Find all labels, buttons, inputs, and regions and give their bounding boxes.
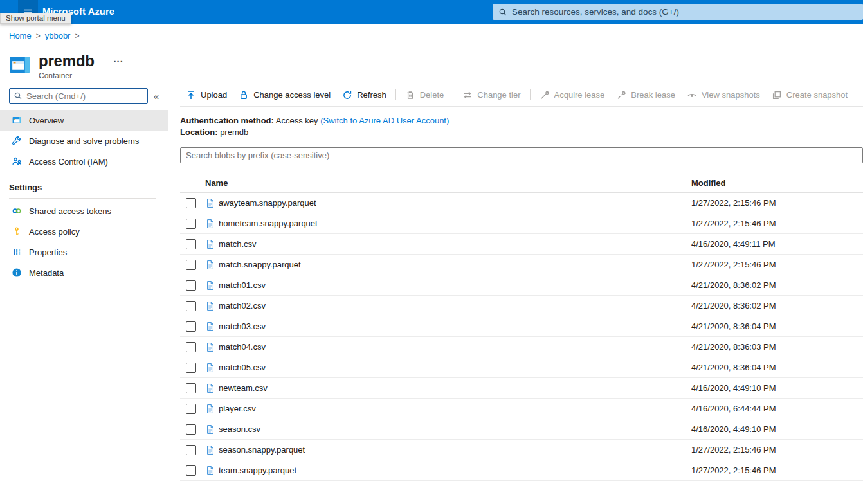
blob-modified: 1/27/2022, 2:15:46 PM bbox=[691, 445, 863, 455]
row-checkbox[interactable] bbox=[186, 465, 196, 476]
more-options-button[interactable]: ... bbox=[113, 53, 123, 64]
blob-name-link[interactable]: hometeam.snappy.parquet bbox=[219, 219, 691, 228]
location-label: Location: bbox=[180, 127, 218, 137]
sidebar-item-label: Metadata bbox=[29, 268, 64, 278]
row-checkbox[interactable] bbox=[186, 280, 196, 291]
container-icon bbox=[9, 54, 30, 75]
sidebar-item-overview[interactable]: Overview bbox=[0, 110, 168, 130]
row-checkbox[interactable] bbox=[186, 301, 196, 311]
change-tier-button[interactable]: Change tier bbox=[457, 86, 526, 104]
global-search-input[interactable] bbox=[512, 7, 857, 17]
breadcrumb-separator: > bbox=[36, 32, 41, 40]
blob-name-link[interactable]: match05.csv bbox=[219, 363, 691, 372]
blob-name-link[interactable]: player.csv bbox=[219, 404, 691, 413]
sidebar-item-shared-access-tokens[interactable]: Shared access tokens bbox=[0, 201, 168, 221]
sidebar-item-access-control-iam[interactable]: Access Control (IAM) bbox=[0, 151, 168, 172]
link-rings-icon bbox=[12, 206, 22, 216]
row-checkbox[interactable] bbox=[186, 260, 196, 270]
table-header: Name Modified bbox=[180, 174, 863, 193]
button-label: Delete bbox=[420, 90, 444, 100]
search-icon bbox=[14, 91, 23, 100]
row-checkbox[interactable] bbox=[186, 219, 196, 229]
blob-modified: 4/21/2020, 8:36:02 PM bbox=[691, 280, 863, 290]
sidebar-item-access-policy[interactable]: Access policy bbox=[0, 221, 168, 242]
sidebar-item-diagnose-and-solve-problems[interactable]: Diagnose and solve problems bbox=[0, 130, 168, 151]
create-snapshot-button[interactable]: Create snapshot bbox=[766, 86, 853, 104]
break-lease-icon bbox=[616, 90, 626, 100]
file-icon bbox=[205, 260, 219, 270]
column-header-name: Name bbox=[205, 178, 691, 188]
row-checkbox[interactable] bbox=[186, 404, 196, 414]
file-icon bbox=[205, 404, 219, 414]
table-row: season.snappy.parquet1/27/2022, 2:15:46 … bbox=[180, 440, 863, 460]
row-checkbox[interactable] bbox=[186, 445, 196, 455]
sidebar-item-label: Diagnose and solve problems bbox=[29, 136, 139, 146]
sidebar-item-properties[interactable]: Properties bbox=[0, 242, 168, 262]
blob-modified: 4/16/2020, 6:44:44 PM bbox=[691, 404, 863, 413]
breadcrumb-home-link[interactable]: Home bbox=[9, 31, 32, 40]
blob-modified: 1/27/2022, 2:15:46 PM bbox=[691, 198, 863, 208]
location-value: premdb bbox=[220, 127, 248, 137]
blob-name-link[interactable]: newteam.csv bbox=[219, 383, 691, 393]
blob-name-link[interactable]: match04.csv bbox=[219, 342, 691, 352]
file-icon bbox=[205, 198, 219, 208]
blob-name-link[interactable]: match02.csv bbox=[219, 301, 691, 310]
table-row: season.csv4/16/2020, 4:49:10 PM bbox=[180, 419, 863, 440]
button-label: Acquire lease bbox=[554, 90, 605, 100]
change-access-level-button[interactable]: Change access level bbox=[233, 86, 336, 104]
button-label: Change access level bbox=[253, 90, 331, 100]
blob-name-link[interactable]: match.csv bbox=[219, 239, 691, 249]
eye-icon bbox=[687, 90, 697, 100]
blob-modified: 4/21/2020, 8:36:04 PM bbox=[691, 363, 863, 372]
blob-name-link[interactable]: match03.csv bbox=[219, 321, 691, 331]
sidebar-nav: OverviewDiagnose and solve problemsAcces… bbox=[0, 110, 168, 172]
upload-button[interactable]: Upload bbox=[180, 86, 233, 104]
delete-button[interactable]: Delete bbox=[399, 86, 450, 104]
table-row: hometeam.snappy.parquet1/27/2022, 2:15:4… bbox=[180, 213, 863, 234]
button-label: View snapshots bbox=[702, 90, 760, 100]
global-search[interactable] bbox=[493, 4, 863, 20]
sidebar-item-label: Shared access tokens bbox=[29, 206, 111, 216]
switch-auth-link[interactable]: (Switch to Azure AD User Account) bbox=[320, 116, 449, 125]
blob-name-link[interactable]: season.snappy.parquet bbox=[219, 445, 691, 455]
file-icon bbox=[205, 383, 219, 393]
break-lease-button[interactable]: Break lease bbox=[610, 86, 681, 104]
row-checkbox[interactable] bbox=[186, 198, 196, 208]
row-checkbox[interactable] bbox=[186, 239, 196, 249]
row-checkbox[interactable] bbox=[186, 342, 196, 352]
file-icon bbox=[205, 424, 219, 435]
sidebar-collapse-button[interactable]: « bbox=[148, 91, 165, 102]
refresh-button[interactable]: Refresh bbox=[336, 86, 392, 104]
row-checkbox[interactable] bbox=[186, 321, 196, 332]
sidebar-search-input[interactable] bbox=[26, 91, 143, 101]
auth-method-value: Access key bbox=[276, 116, 318, 125]
blob-modified: 4/21/2020, 8:36:04 PM bbox=[691, 321, 863, 331]
command-bar: UploadChange access levelRefreshDeleteCh… bbox=[180, 84, 863, 107]
view-snapshots-button[interactable]: View snapshots bbox=[681, 86, 766, 104]
acquire-lease-button[interactable]: Acquire lease bbox=[534, 86, 611, 104]
blob-modified: 4/21/2020, 8:36:03 PM bbox=[691, 342, 863, 352]
blob-name-link[interactable]: match.snappy.parquet bbox=[219, 260, 691, 269]
row-checkbox[interactable] bbox=[186, 424, 196, 435]
row-checkbox[interactable] bbox=[186, 363, 196, 373]
blob-name-link[interactable]: awayteam.snappy.parquet bbox=[219, 198, 691, 208]
table-row: match.csv4/16/2020, 4:49:11 PM bbox=[180, 234, 863, 255]
sidebar-item-label: Access policy bbox=[29, 227, 80, 237]
file-icon bbox=[205, 301, 219, 311]
file-icon bbox=[205, 321, 219, 332]
row-checkbox[interactable] bbox=[186, 383, 196, 393]
toolbar-divider bbox=[530, 89, 531, 100]
breadcrumb-account-link[interactable]: ybbobr bbox=[45, 31, 71, 40]
page-header: premdb ... Container bbox=[9, 53, 123, 80]
blob-name-link[interactable]: season.csv bbox=[219, 424, 691, 434]
sidebar-search[interactable] bbox=[9, 88, 148, 104]
table-row: newteam.csv4/16/2020, 4:49:10 PM bbox=[180, 378, 863, 399]
sidebar-item-metadata[interactable]: Metadata bbox=[0, 262, 168, 283]
acquire-lease-icon bbox=[540, 90, 550, 100]
sidebar-item-label: Overview bbox=[29, 116, 64, 125]
upload-icon bbox=[186, 90, 196, 100]
blob-name-link[interactable]: match01.csv bbox=[219, 280, 691, 290]
info-icon bbox=[12, 267, 22, 278]
blob-name-link[interactable]: team.snappy.parquet bbox=[219, 465, 691, 475]
blob-prefix-search-input[interactable] bbox=[180, 147, 863, 163]
